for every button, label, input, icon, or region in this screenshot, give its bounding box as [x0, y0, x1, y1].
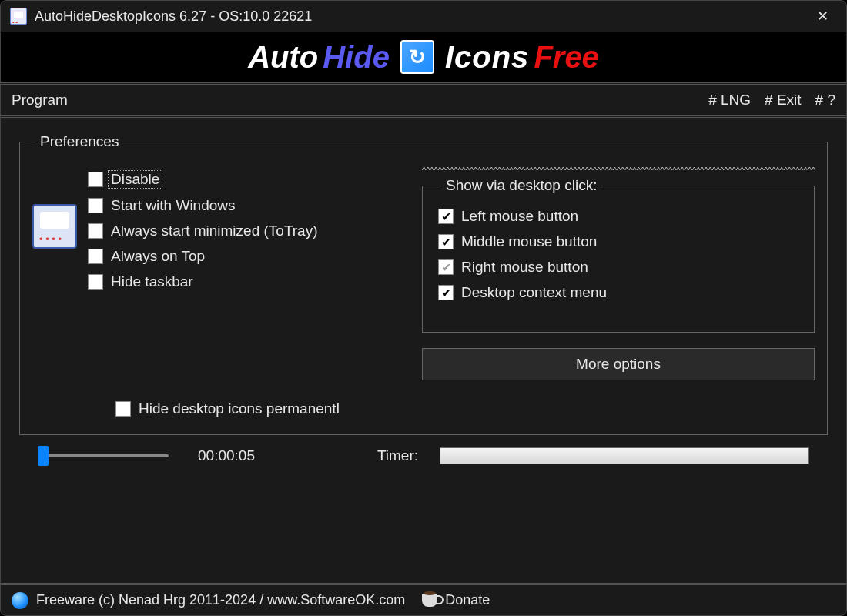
app-icon-large [32, 204, 77, 249]
titlebar: AutoHideDesktopIcons 6.27 - OS:10.0 2262… [1, 1, 846, 32]
checkbox-disable[interactable]: Disable [88, 170, 318, 189]
checkbox-hide-taskbar[interactable]: Hide taskbar [88, 273, 318, 290]
checkbox-start-with-windows[interactable]: Start with Windows [88, 197, 318, 214]
more-options-button[interactable]: More options [422, 348, 815, 380]
content-area: Preferences Disable Start with Windows [1, 118, 846, 583]
checkbox-icon[interactable]: ✔ [438, 285, 454, 300]
menu-help[interactable]: # ? [815, 92, 835, 109]
checkbox-label: Right mouse button [461, 259, 588, 276]
timer-label: Timer: [377, 447, 418, 464]
timer-readout: 00:00:05 [198, 447, 255, 464]
checkbox-always-on-top[interactable]: Always on Top [88, 248, 318, 265]
menu-program[interactable]: Program [12, 92, 68, 108]
checkbox-right-mouse[interactable]: ✔ Right mouse button [438, 259, 798, 276]
checkbox-middle-mouse[interactable]: ✔ Middle mouse button [438, 233, 798, 250]
menu-exit[interactable]: # Exit [765, 92, 802, 109]
checkbox-icon[interactable]: ✔ [438, 259, 454, 275]
checkbox-icon[interactable] [88, 249, 103, 264]
checkbox-label: Desktop context menu [461, 284, 607, 301]
menubar: Program # LNG # Exit # ? [1, 82, 846, 118]
preferences-checklist: Disable Start with Windows Always start … [88, 170, 318, 290]
checkbox-context-menu[interactable]: ✔ Desktop context menu [438, 284, 798, 301]
app-window: AutoHideDesktopIcons 6.27 - OS:10.0 2262… [0, 0, 847, 616]
checkbox-left-mouse[interactable]: ✔ Left mouse button [438, 208, 798, 225]
timer-progress [440, 447, 809, 464]
checkbox-icon[interactable] [88, 274, 103, 290]
checkbox-icon[interactable] [116, 401, 131, 417]
divider-wavy: ^^^^^^^^^^^^^^^^^^^^^^^^^^^^^^^^^^^^^^^^… [422, 166, 815, 175]
checkbox-label: Always on Top [111, 248, 205, 265]
checkbox-label: Disable [108, 170, 162, 189]
coffee-icon [422, 594, 437, 607]
banner-logo-icon: ↻ [400, 40, 434, 74]
window-title: AutoHideDesktopIcons 6.27 - OS:10.0 2262… [35, 8, 805, 25]
donate-link[interactable]: Donate [445, 592, 490, 608]
show-via-legend: Show via desktop click: [441, 177, 601, 194]
banner-text-free: Free [534, 40, 599, 75]
checkbox-label: Hide taskbar [111, 273, 193, 290]
preferences-group: Preferences Disable Start with Windows [19, 133, 828, 435]
checkbox-label: Left mouse button [461, 208, 578, 225]
timer-slider[interactable] [38, 446, 169, 466]
banner: AutoHide ↻ Icons Free [1, 32, 846, 82]
globe-icon [12, 592, 28, 609]
checkbox-label: Hide desktop icons permanentl [139, 400, 340, 417]
checkbox-icon[interactable] [88, 172, 103, 187]
app-icon [10, 8, 27, 25]
checkbox-label: Middle mouse button [461, 233, 597, 250]
banner-text-auto: Auto [248, 40, 318, 75]
footer: Freeware (c) Nenad Hrg 2011-2024 / www.S… [1, 583, 846, 615]
checkbox-hide-permanently[interactable]: Hide desktop icons permanentl [116, 400, 815, 417]
timer-bar: 00:00:05 Timer: [19, 435, 828, 470]
banner-text-hide: Hide [323, 40, 390, 75]
checkbox-label: Start with Windows [111, 197, 236, 214]
menu-lng[interactable]: # LNG [708, 92, 751, 109]
close-icon[interactable]: ✕ [805, 4, 840, 28]
checkbox-icon[interactable] [88, 198, 103, 213]
show-via-group: Show via desktop click: ✔ Left mouse but… [422, 177, 815, 333]
preferences-legend: Preferences [35, 133, 123, 150]
checkbox-label: Always start minimized (ToTray) [111, 223, 318, 239]
checkbox-start-minimized[interactable]: Always start minimized (ToTray) [88, 223, 318, 239]
checkbox-icon[interactable] [88, 223, 103, 239]
checkbox-icon[interactable]: ✔ [438, 209, 454, 224]
slider-track [38, 454, 169, 457]
banner-text-icons: Icons [445, 40, 529, 75]
checkbox-icon[interactable]: ✔ [438, 234, 454, 249]
slider-thumb[interactable] [38, 446, 49, 466]
footer-text: Freeware (c) Nenad Hrg 2011-2024 / www.S… [36, 592, 405, 608]
